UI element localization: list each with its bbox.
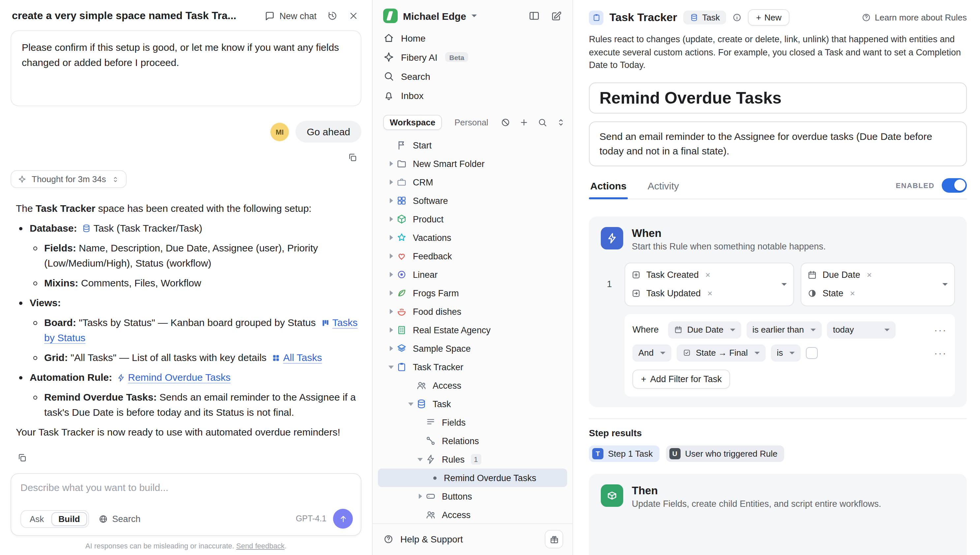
compose-button[interactable]: [551, 10, 562, 21]
enabled-label: ENABLED: [895, 181, 935, 189]
tab-activity[interactable]: Activity: [646, 176, 680, 198]
tree-item-sample-space[interactable]: Sample Space: [378, 339, 567, 358]
tree-item-product[interactable]: Product: [378, 210, 567, 228]
grid-view-link[interactable]: All Tasks: [283, 352, 322, 363]
trigger-task-updated[interactable]: Task Updated×: [631, 285, 777, 302]
hide-read-button[interactable]: [501, 117, 511, 127]
tree-item-fields[interactable]: Fields: [378, 413, 567, 431]
sidebar-tree: StartNew Smart FolderCRMSoftwareProductV…: [372, 132, 572, 523]
chevron-right-icon: [389, 290, 393, 296]
sidebar-item-inbox[interactable]: Inbox: [372, 86, 572, 105]
build-mode-button[interactable]: Build: [51, 512, 87, 526]
toggle-sidebar-button[interactable]: [528, 10, 540, 22]
tree-item-access[interactable]: Access: [378, 376, 567, 395]
filter-value-checkbox[interactable]: [806, 347, 818, 359]
filter-field2-dropdown[interactable]: State → Final: [677, 344, 766, 361]
sidebar: Michael Edge HomeFibery AIBetaSearchInbo…: [372, 0, 573, 555]
thought-toggle[interactable]: Thought for 3m 34s: [11, 170, 126, 188]
chat-body: Please confirm if this setup is good, or…: [0, 28, 372, 552]
board-view-icon: [321, 319, 330, 327]
sidebar-item-search[interactable]: Search: [372, 67, 572, 86]
rule-name-input[interactable]: Remind Overdue Tasks: [589, 82, 967, 113]
tree-item-relations[interactable]: Relations: [378, 431, 567, 450]
entity-type-badge[interactable]: Task: [683, 11, 726, 24]
tree-item-label: Access: [442, 510, 470, 520]
filter-value-dropdown[interactable]: today: [827, 321, 895, 338]
new-rule-button[interactable]: +New: [748, 9, 790, 26]
thought-label: Thought for 3m 34s: [32, 174, 106, 184]
watch-fields-box[interactable]: Due Date×State×: [801, 262, 955, 306]
chat-close-button[interactable]: [348, 11, 359, 21]
chevron-down-icon: [884, 328, 890, 331]
remove-icon[interactable]: ×: [707, 289, 712, 298]
filter-row-menu[interactable]: ···: [934, 347, 947, 358]
tree-item-start[interactable]: Start: [378, 136, 567, 154]
model-label[interactable]: GPT-4.1: [296, 514, 326, 523]
tree-item-access[interactable]: Access: [378, 505, 567, 523]
chevron-right-icon: [389, 309, 393, 314]
tree-item-software[interactable]: Software: [378, 191, 567, 210]
tree-chevron: [386, 365, 396, 369]
tree-item-crm[interactable]: CRM: [378, 173, 567, 191]
watch-field-state[interactable]: State×: [807, 285, 937, 302]
tree-chevron: [415, 494, 425, 499]
whats-new-button[interactable]: [545, 530, 563, 549]
filter-operator2-dropdown[interactable]: is: [771, 344, 801, 361]
info-button[interactable]: [732, 13, 742, 22]
tree-item-food-dishes[interactable]: Food dishes: [378, 302, 567, 321]
tree-item-real-estate-agency[interactable]: Real Estate Agency: [378, 321, 567, 339]
composer-input[interactable]: Describe what you want to build...: [21, 482, 353, 493]
tree-item-label: Access: [433, 380, 461, 390]
step-result-badge-step-1-task[interactable]: TStep 1 Task: [589, 445, 659, 462]
filter-operator-dropdown[interactable]: is earlier than: [747, 321, 822, 338]
ask-mode-button[interactable]: Ask: [22, 512, 51, 526]
database-icon: [82, 224, 91, 233]
add-space-button[interactable]: [520, 117, 529, 127]
send-feedback-link[interactable]: Send feedback: [236, 542, 285, 550]
enabled-toggle[interactable]: [942, 178, 967, 192]
workspace-switcher[interactable]: Michael Edge: [372, 0, 572, 28]
tree-item-vacations[interactable]: Vacations: [378, 228, 567, 247]
new-chat-button[interactable]: New chat: [264, 11, 317, 21]
watch-field-due-date[interactable]: Due Date×: [807, 266, 937, 284]
copy-message-button[interactable]: [347, 152, 357, 162]
filter-conjunction-dropdown[interactable]: And: [633, 344, 671, 361]
tree-item-frogs-farm[interactable]: Frogs Farm: [378, 284, 567, 302]
help-support-link[interactable]: Help & Support: [400, 534, 463, 544]
copy-response-button[interactable]: [17, 453, 27, 463]
collapse-all-button[interactable]: [556, 117, 566, 127]
rule-description-input[interactable]: Send an email reminder to the Assignee f…: [589, 121, 967, 166]
tree-search-button[interactable]: [538, 117, 548, 127]
add-filter-button[interactable]: +Add Filter for Task: [633, 369, 731, 388]
trigger-task-created[interactable]: Task Created×: [631, 266, 777, 284]
tab-actions[interactable]: Actions: [589, 176, 628, 198]
sidebar-item-fibery-ai[interactable]: Fibery AIBeta: [372, 48, 572, 67]
remove-icon[interactable]: ×: [867, 270, 872, 280]
chat-history-button[interactable]: [327, 11, 338, 21]
sidebar-item-home[interactable]: Home: [372, 28, 572, 48]
tree-item-task[interactable]: Task: [378, 395, 567, 413]
filter-field-dropdown[interactable]: Due Date: [668, 321, 741, 338]
remove-icon[interactable]: ×: [705, 270, 710, 280]
tree-item-feedback[interactable]: Feedback: [378, 247, 567, 265]
tree-item-task-tracker[interactable]: Task Tracker: [378, 358, 567, 376]
sidebar-nav: HomeFibery AIBetaSearchInbox: [372, 28, 572, 105]
rule-link[interactable]: Remind Overdue Tasks: [128, 372, 230, 383]
tab-personal[interactable]: Personal: [448, 115, 494, 129]
step-result-badge-user-who-triggered-rule[interactable]: UUser who triggered Rule: [666, 445, 784, 462]
filter-row-menu[interactable]: ···: [934, 324, 947, 335]
web-search-button[interactable]: Search: [96, 511, 143, 526]
tab-workspace[interactable]: Workspace: [383, 115, 442, 130]
trigger-type-box[interactable]: Task Created×Task Updated×: [625, 262, 795, 306]
folder-icon: [396, 159, 407, 169]
tree-item-buttons[interactable]: Buttons: [378, 487, 567, 505]
tree-item-label: Start: [413, 140, 432, 150]
tree-item-new-smart-folder[interactable]: New Smart Folder: [378, 154, 567, 173]
tree-item-remind-overdue-tasks[interactable]: Remind Overdue Tasks: [378, 468, 567, 487]
tree-item-rules[interactable]: Rules1: [378, 450, 567, 468]
remove-icon[interactable]: ×: [850, 289, 855, 298]
send-button[interactable]: [333, 509, 353, 529]
tree-item-linear[interactable]: Linear: [378, 265, 567, 284]
learn-more-link[interactable]: Learn more about Rules: [861, 13, 967, 22]
sparkle-icon: [383, 51, 394, 63]
